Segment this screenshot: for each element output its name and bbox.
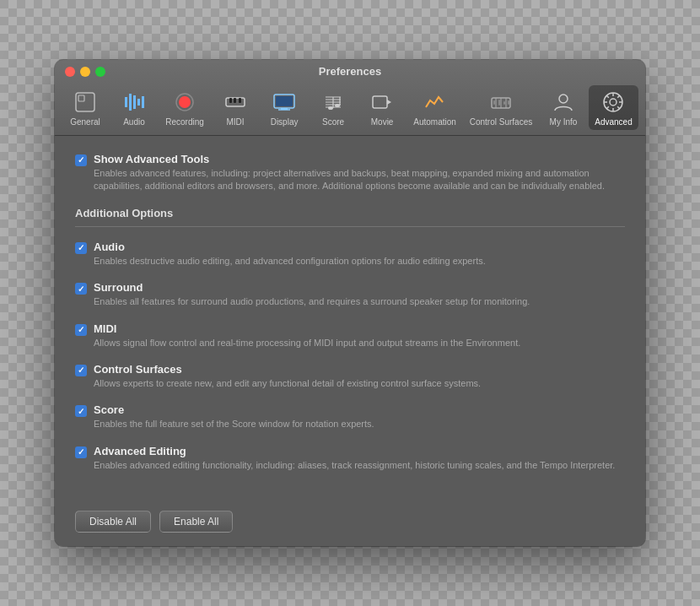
audio-checkbox[interactable] — [75, 242, 87, 254]
svg-rect-1 — [78, 95, 84, 101]
tab-automation[interactable]: Automation — [407, 85, 462, 130]
svg-marker-27 — [387, 100, 391, 105]
tab-advanced[interactable]: Advanced — [589, 85, 638, 130]
surround-option-desc: Enables all features for surround audio … — [94, 295, 625, 308]
svg-point-38 — [610, 99, 617, 106]
display-icon — [271, 89, 298, 116]
tab-display[interactable]: Display — [261, 85, 308, 130]
surfaces-icon — [487, 89, 514, 116]
tab-recording[interactable]: Recording — [159, 85, 210, 130]
tab-movie-label: Movie — [371, 117, 394, 127]
tab-control-surfaces[interactable]: Control Surfaces — [464, 85, 538, 130]
tab-audio-label: Audio — [123, 117, 145, 127]
recording-icon — [171, 89, 198, 116]
svg-point-22 — [328, 106, 333, 110]
svg-rect-3 — [129, 94, 132, 111]
tab-automation-label: Automation — [413, 117, 456, 127]
svg-rect-2 — [125, 97, 127, 107]
advanced-icon — [600, 89, 627, 116]
option-row-score: Score Enables the full feature set of th… — [75, 403, 625, 430]
advanced-editing-option-content: Advanced Editing Enables advanced editin… — [94, 445, 625, 472]
midi-checkbox[interactable] — [75, 324, 87, 336]
tab-general[interactable]: General — [62, 85, 109, 130]
audio-option-desc: Enables destructive audio editing, and a… — [94, 255, 625, 268]
tab-general-label: General — [70, 117, 100, 127]
midi-icon — [222, 89, 249, 116]
svg-rect-4 — [133, 95, 136, 109]
svg-rect-12 — [239, 98, 241, 103]
additional-options-title: Additional Options — [75, 207, 625, 219]
svg-rect-35 — [508, 100, 509, 105]
maximize-button[interactable] — [95, 67, 105, 77]
preferences-window: Preferences General — [55, 60, 645, 546]
svg-line-45 — [618, 95, 621, 98]
control-surfaces-option-title: Control Surfaces — [94, 363, 625, 376]
svg-rect-6 — [142, 96, 144, 108]
main-option-content: Show Advanced Tools Enables advanced fea… — [94, 153, 625, 193]
window-controls — [65, 67, 105, 77]
audio-option-title: Audio — [94, 241, 625, 253]
tab-advanced-label: Advanced — [595, 117, 632, 127]
midi-option-title: MIDI — [94, 322, 625, 335]
svg-rect-11 — [234, 98, 236, 103]
enable-all-button[interactable]: Enable All — [159, 511, 233, 533]
svg-rect-32 — [493, 100, 495, 105]
option-row-midi: MIDI Allows signal flow control and real… — [75, 322, 625, 349]
tab-audio[interactable]: Audio — [110, 85, 158, 130]
titlebar: Preferences General — [55, 60, 645, 136]
myinfo-icon — [550, 89, 577, 116]
disable-all-button[interactable]: Disable All — [75, 511, 151, 533]
audio-icon — [121, 89, 148, 116]
advanced-editing-option-desc: Enables advanced editing functionality, … — [94, 459, 625, 472]
tab-score[interactable]: Score — [310, 85, 357, 130]
option-row-control-surfaces: Control Surfaces Allows experts to creat… — [75, 363, 625, 390]
tab-midi[interactable]: MIDI — [212, 85, 259, 130]
content-area: Show Advanced Tools Enables advanced fea… — [55, 136, 645, 502]
svg-rect-26 — [373, 96, 387, 108]
score-option-title: Score — [94, 403, 625, 416]
svg-rect-10 — [229, 98, 232, 103]
window-title: Preferences — [319, 65, 381, 78]
section-divider — [75, 226, 625, 227]
advanced-editing-checkbox[interactable] — [75, 446, 87, 458]
svg-line-43 — [606, 95, 609, 98]
tab-control-surfaces-label: Control Surfaces — [470, 117, 532, 127]
svg-point-24 — [335, 104, 340, 107]
svg-rect-16 — [276, 96, 293, 106]
tab-movie[interactable]: Movie — [358, 85, 406, 130]
midi-option-content: MIDI Allows signal flow control and real… — [94, 322, 625, 349]
close-button[interactable] — [65, 67, 75, 77]
svg-line-46 — [606, 106, 609, 109]
svg-rect-5 — [137, 99, 140, 106]
control-surfaces-option-desc: Allows experts to create new, and edit a… — [94, 377, 625, 390]
svg-rect-33 — [498, 100, 500, 106]
score-checkbox[interactable] — [75, 405, 87, 417]
control-surfaces-checkbox[interactable] — [75, 365, 87, 376]
option-row-surround: Surround Enables all features for surrou… — [75, 281, 625, 308]
option-row-advanced-editing: Advanced Editing Enables advanced editin… — [75, 445, 625, 472]
general-icon — [72, 89, 99, 116]
option-row-audio: Audio Enables destructive audio editing,… — [75, 241, 625, 268]
score-option-desc: Enables the full feature set of the Scor… — [94, 418, 625, 430]
svg-point-8 — [179, 96, 191, 108]
main-option-desc: Enables advanced features, including: pr… — [94, 167, 625, 193]
movie-icon — [369, 89, 396, 116]
svg-rect-34 — [503, 101, 505, 105]
minimize-button[interactable] — [80, 67, 90, 77]
tab-my-info-label: My Info — [550, 117, 578, 127]
tab-my-info[interactable]: My Info — [540, 85, 587, 130]
control-surfaces-option-content: Control Surfaces Allows experts to creat… — [94, 363, 625, 390]
score-option-content: Score Enables the full feature set of th… — [94, 403, 625, 430]
main-option-title: Show Advanced Tools — [94, 153, 625, 165]
additional-options-section: Additional Options — [75, 207, 625, 227]
score-icon — [320, 89, 347, 116]
surround-option-title: Surround — [94, 281, 625, 294]
surround-checkbox[interactable] — [75, 283, 87, 295]
show-advanced-tools-checkbox[interactable] — [75, 154, 87, 166]
footer: Disable All Enable All — [55, 502, 645, 546]
automation-icon — [422, 89, 449, 116]
midi-option-desc: Allows signal flow control and real-time… — [94, 337, 625, 349]
tab-display-label: Display — [271, 117, 299, 127]
svg-point-36 — [559, 95, 568, 103]
tab-recording-label: Recording — [165, 117, 204, 127]
